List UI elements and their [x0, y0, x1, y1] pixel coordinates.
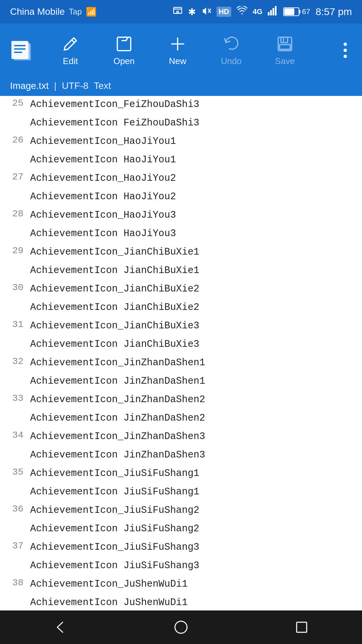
line-number: 34: [0, 429, 30, 440]
status-icons: ✱ HD 4G: [173, 6, 352, 18]
edit-button[interactable]: Edit: [44, 27, 97, 74]
table-row: 33AchievementIcon_JinZhanDaShen2: [0, 391, 362, 410]
open-label: Open: [113, 56, 135, 66]
table-row: AchievementIcon FeiZhouDaShi3: [0, 114, 362, 133]
table-row: AchievementIcon JianChiBuXie2: [0, 299, 362, 317]
line-content-space: AchievementIcon JiuSiFuShang2: [30, 521, 199, 536]
line-number-empty: [0, 115, 30, 116]
line-content-space: AchievementIcon JiuSiFuShang1: [30, 484, 199, 499]
signal-icon: 📶: [86, 7, 97, 17]
table-row: 28AchievementIcon_HaoJiYou3: [0, 207, 362, 225]
line-content-space: AchievementIcon JuShenWuDi1: [30, 595, 188, 610]
file-info-bar: Image.txt | UTF-8 Text: [0, 77, 362, 96]
new-button[interactable]: New: [151, 27, 204, 74]
line-number: 26: [0, 133, 30, 145]
svg-point-28: [175, 621, 187, 633]
code-lines: 25AchievementIcon_FeiZhouDaShi3Achieveme…: [0, 96, 362, 610]
line-content-underscore: AchievementIcon_HaoJiYou2: [30, 170, 176, 185]
carrier-info: China Mobile Tap 📶: [10, 6, 97, 17]
svg-rect-29: [297, 622, 307, 632]
battery-icon: 67: [283, 7, 310, 16]
open-button[interactable]: Open: [97, 27, 151, 74]
edit-icon: [61, 35, 80, 53]
screenshot-icon: [173, 6, 183, 18]
table-row: AchievementIcon JiuSiFuShang2: [0, 520, 362, 539]
line-content-space: AchievementIcon JinZhanDaShen2: [30, 410, 205, 425]
line-content-space: AchievementIcon JiuSiFuShang3: [30, 558, 199, 573]
svg-rect-15: [11, 41, 28, 59]
svg-rect-25: [281, 37, 288, 43]
line-content-underscore: AchievementIcon_JinZhanDaShen1: [30, 355, 205, 370]
line-number-empty: [0, 152, 30, 153]
table-row: 27AchievementIcon_HaoJiYou2: [0, 170, 362, 188]
svg-line-19: [72, 40, 74, 43]
svg-rect-0: [174, 7, 182, 13]
svg-rect-8: [273, 8, 274, 15]
table-row: 26AchievementIcon_HaoJiYou1: [0, 133, 362, 151]
line-content-space: AchievementIcon HaoJiYou1: [30, 152, 176, 167]
undo-label: Undo: [221, 56, 242, 66]
table-row: 25AchievementIcon_FeiZhouDaShi3: [0, 96, 362, 114]
line-content-space: AchievementIcon HaoJiYou2: [30, 189, 176, 204]
home-button[interactable]: [161, 614, 201, 641]
line-content-underscore: AchievementIcon_HaoJiYou1: [30, 133, 176, 149]
table-row: AchievementIcon JianChiBuXie1: [0, 262, 362, 280]
line-content-underscore: AchievementIcon_JinZhanDaShen3: [30, 429, 205, 444]
file-type: Text: [94, 80, 111, 91]
line-content-underscore: AchievementIcon_JianChiBuXie3: [30, 318, 199, 333]
table-row: AchievementIcon HaoJiYou1: [0, 151, 362, 170]
save-icon: [276, 35, 294, 53]
svg-rect-7: [270, 10, 272, 15]
line-content-underscore: AchievementIcon_FeiZhouDaShi3: [30, 97, 199, 112]
line-content-underscore: AchievementIcon_JiuSiFuShang3: [30, 539, 199, 554]
recents-button[interactable]: [282, 614, 322, 641]
table-row: 34AchievementIcon_JinZhanDaShen3: [0, 428, 362, 446]
line-number-empty: [0, 226, 30, 227]
line-number: 32: [0, 355, 30, 367]
new-icon: [168, 35, 187, 53]
edit-label: Edit: [63, 56, 78, 66]
line-content-space: AchievementIcon HaoJiYou3: [30, 226, 176, 241]
table-row: AchievementIcon HaoJiYou2: [0, 188, 362, 207]
line-number: 27: [0, 170, 30, 182]
svg-rect-24: [278, 37, 292, 51]
signal-bars-icon: [268, 6, 278, 18]
table-row: AchievementIcon HaoJiYou3: [0, 225, 362, 244]
line-content-underscore: AchievementIcon_JianChiBuXie1: [30, 244, 199, 259]
back-button[interactable]: [40, 614, 80, 641]
line-content-underscore: AchievementIcon_JuShenWuDi1: [30, 576, 188, 591]
line-number: 35: [0, 466, 30, 477]
line-number-empty: [0, 300, 30, 301]
app-logo[interactable]: [3, 30, 44, 70]
line-content-underscore: AchievementIcon_JiuSiFuShang2: [30, 502, 199, 518]
line-content-underscore: AchievementIcon_HaoJiYou3: [30, 207, 176, 222]
undo-icon: [222, 35, 241, 53]
table-row: AchievementIcon JiuSiFuShang1: [0, 483, 362, 502]
toolbar: Edit Open New Undo: [0, 23, 362, 77]
line-content-space: AchievementIcon JianChiBuXie3: [30, 336, 199, 352]
table-row: AchievementIcon JinZhanDaShen3: [0, 446, 362, 465]
line-number-empty: [0, 484, 30, 485]
undo-button[interactable]: Undo: [204, 27, 258, 74]
more-options-button[interactable]: [332, 27, 359, 74]
line-number-empty: [0, 558, 30, 559]
new-label: New: [169, 56, 186, 66]
line-number: 37: [0, 539, 30, 551]
table-row: 37AchievementIcon_JiuSiFuShang3: [0, 539, 362, 557]
line-number: 38: [0, 576, 30, 588]
line-content-underscore: AchievementIcon_JiuSiFuShang1: [30, 466, 199, 481]
line-number: 29: [0, 244, 30, 256]
text-editor-content[interactable]: 25AchievementIcon_FeiZhouDaShi3Achieveme…: [0, 96, 362, 610]
hd-icon: HD: [217, 7, 231, 17]
save-button[interactable]: Save: [258, 27, 312, 74]
line-number: 36: [0, 502, 30, 514]
table-row: AchievementIcon JuShenWuDi1: [0, 594, 362, 610]
table-row: 31AchievementIcon_JianChiBuXie3: [0, 317, 362, 336]
table-row: AchievementIcon JinZhanDaShen1: [0, 373, 362, 391]
svg-rect-6: [268, 12, 269, 15]
line-number-empty: [0, 410, 30, 412]
table-row: 30AchievementIcon_JianChiBuXie2: [0, 280, 362, 299]
wifi-icon: [237, 6, 247, 18]
svg-point-5: [241, 13, 243, 14]
tap-label: Tap: [69, 7, 82, 16]
